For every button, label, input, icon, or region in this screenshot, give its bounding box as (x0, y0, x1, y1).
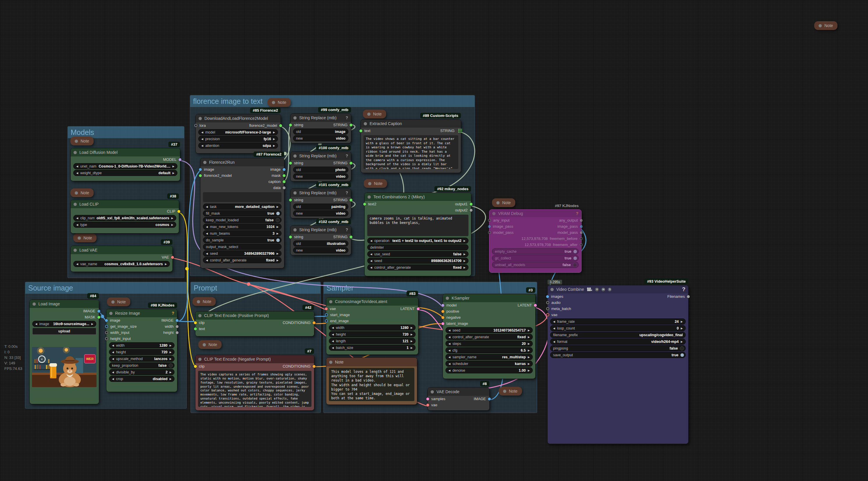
height-output-pin[interactable] (176, 331, 179, 334)
decrement-arrow-icon[interactable]: ◀ (201, 144, 203, 147)
group-prompt-title[interactable]: Prompt (191, 282, 320, 294)
audio-input-pin[interactable] (546, 301, 549, 304)
widget-use-seed[interactable]: ◀use_seedfalse▶ (367, 251, 468, 257)
node-vae-decode[interactable]: #8 VAE Decode samplesIMAGE vae (428, 387, 490, 411)
note-collapsed[interactable]: Note (268, 98, 291, 107)
increment-arrow-icon[interactable]: ▶ (277, 259, 279, 262)
collapse-dot-icon[interactable] (818, 24, 822, 27)
model-pass-output-pin[interactable] (580, 231, 583, 234)
widget-empty-cache[interactable]: empty_cachetrue (492, 248, 579, 254)
decrement-arrow-icon[interactable]: ◀ (201, 138, 203, 141)
increment-arrow-icon[interactable]: ▶ (169, 378, 172, 380)
widget-cfg[interactable]: ◀cfg6.5▶ (445, 347, 533, 353)
positive-input-pin[interactable] (441, 310, 444, 313)
get-image-size-input-pin[interactable] (105, 325, 108, 328)
widget-old[interactable]: oldillustration (293, 241, 348, 247)
widget-image[interactable]: ◀image16to9-sourceimage...▶ (32, 321, 96, 327)
model-output-pin[interactable] (179, 158, 182, 161)
collapse-dot-icon[interactable] (368, 196, 371, 199)
widget-frame-rate[interactable]: ◀frame_rate24▶ (550, 319, 686, 325)
widget-width[interactable]: ◀width1280▶ (329, 325, 415, 331)
lora-input-pin[interactable] (194, 124, 197, 127)
increment-arrow-icon[interactable]: ▶ (411, 333, 413, 336)
increment-arrow-icon[interactable]: ▶ (277, 252, 279, 255)
collapse-dot-icon[interactable] (496, 201, 500, 205)
text-preview-area[interactable] (203, 192, 281, 202)
collapse-dot-icon[interactable] (293, 154, 297, 158)
widget-operation[interactable]: ◀operationtext1 + text2 to output1, text… (367, 238, 468, 244)
widget-attention[interactable]: ◀attentionsdpa▶ (198, 143, 278, 149)
data-output-pin[interactable] (283, 186, 285, 189)
increment-arrow-icon[interactable]: ▶ (464, 239, 466, 242)
images-input-pin[interactable] (546, 295, 549, 298)
widget-gc-collect[interactable]: gc_collecttrue (492, 255, 579, 261)
latent-image-input-pin[interactable] (441, 322, 444, 325)
collapse-dot-icon[interactable] (503, 390, 506, 393)
decrement-arrow-icon[interactable]: ◀ (206, 232, 208, 235)
toggle-off-icon[interactable] (680, 347, 684, 351)
decrement-arrow-icon[interactable]: ◀ (332, 333, 334, 336)
decrement-arrow-icon[interactable]: ◀ (448, 329, 451, 332)
collapse-dot-icon[interactable] (109, 312, 113, 315)
widget-seed[interactable]: ◀seed1012407365254717▶ (445, 327, 533, 333)
decrement-arrow-icon[interactable]: ◀ (206, 252, 208, 255)
widget-format[interactable]: ◀formatvideo/h264-mp4▶ (550, 338, 686, 344)
note-collapsed[interactable]: Note (814, 21, 837, 30)
collapse-dot-icon[interactable] (75, 140, 78, 143)
increment-arrow-icon[interactable]: ▶ (273, 138, 275, 141)
collapse-dot-icon[interactable] (198, 117, 202, 120)
mask-output-pin[interactable] (283, 174, 285, 177)
widget-divisible-by[interactable]: ◀divisible_by2▶ (109, 369, 175, 375)
meta-batch-input-pin[interactable] (546, 307, 549, 310)
collapse-dot-icon[interactable] (75, 191, 78, 194)
node-resize-image[interactable]: #98 KJNodes Resize Image? imageIMAGE get… (106, 309, 177, 392)
decrement-arrow-icon[interactable]: ◀ (76, 263, 78, 266)
increment-arrow-icon[interactable]: ▶ (681, 340, 683, 343)
node-string-replace-4[interactable]: #102 comfy_mtb String Replace (mtb)? str… (290, 226, 351, 255)
node-note-open[interactable]: Note This model loves a length of 121 an… (326, 357, 417, 405)
freemem-after-pin[interactable] (580, 243, 583, 246)
collapse-dot-icon[interactable] (73, 249, 77, 252)
output2-pin[interactable] (470, 209, 472, 212)
collapse-dot-icon[interactable] (197, 300, 200, 303)
decrement-arrow-icon[interactable]: ◀ (112, 357, 114, 360)
latent-output-pin[interactable] (417, 307, 420, 310)
decrement-arrow-icon[interactable]: ◀ (332, 326, 334, 329)
vae-input-pin[interactable] (546, 313, 549, 317)
note-collapsed[interactable]: Note (499, 387, 522, 395)
increment-arrow-icon[interactable]: ▶ (169, 344, 172, 347)
decrement-arrow-icon[interactable]: ◀ (553, 320, 555, 323)
widget-max-new-tokens[interactable]: ◀max_new_tokens1024▶ (203, 223, 281, 230)
increment-arrow-icon[interactable]: ▶ (528, 356, 530, 359)
widget-height[interactable]: ◀height720▶ (109, 349, 175, 355)
widget-unload-all-models[interactable]: unload_all_modelsfalse (492, 262, 579, 268)
widget-length[interactable]: ◀length121▶ (329, 338, 415, 344)
filenames-output-pin[interactable] (687, 295, 690, 298)
widget-height[interactable]: ◀height720▶ (329, 331, 415, 337)
increment-arrow-icon[interactable]: ▶ (464, 260, 466, 262)
image-output-pin[interactable] (488, 397, 491, 400)
vae-input-pin[interactable] (325, 307, 328, 310)
widget-old[interactable]: oldphoto (293, 167, 348, 173)
image-output-pin[interactable] (176, 319, 179, 322)
widget-control-after-generate[interactable]: ◀control_after_generatefixed▶ (203, 257, 281, 263)
collapse-dot-icon[interactable] (551, 288, 554, 291)
conditioning-output-pin[interactable] (313, 321, 315, 324)
widget-save-output[interactable]: save_outputtrue (550, 352, 686, 358)
widget-new[interactable]: newvideo (293, 135, 348, 141)
increment-arrow-icon[interactable]: ▶ (91, 323, 93, 325)
collapse-dot-icon[interactable] (293, 228, 297, 232)
increment-arrow-icon[interactable]: ▶ (528, 369, 530, 372)
caption-output-pin[interactable] (283, 180, 285, 183)
increment-arrow-icon[interactable]: ▶ (528, 329, 530, 332)
end-image-input-pin[interactable] (325, 319, 328, 323)
decrement-arrow-icon[interactable]: ◀ (112, 351, 114, 354)
widget-output-mask-select[interactable]: output_mask_select (203, 244, 281, 250)
group-sampler-title[interactable]: Sampler (323, 282, 537, 294)
width-input-pin[interactable] (105, 331, 108, 334)
clip-output-pin[interactable] (177, 210, 180, 213)
note-collapsed[interactable]: Note (70, 137, 94, 145)
text2-text-area[interactable]: camera zooms in, cat is talking, animate… (367, 215, 468, 236)
collapse-dot-icon[interactable] (431, 390, 434, 393)
widget-new[interactable]: newvideo (293, 247, 348, 253)
